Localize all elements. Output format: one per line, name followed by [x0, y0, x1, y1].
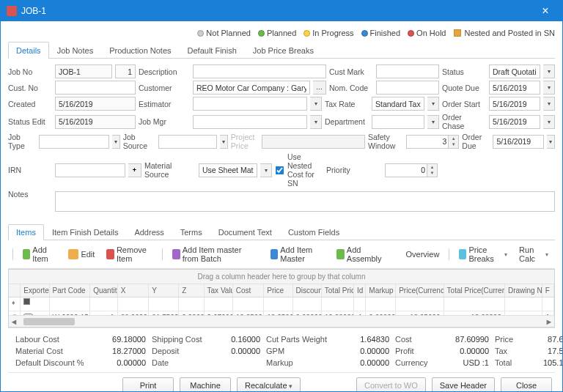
subtab-items[interactable]: Items — [8, 224, 44, 240]
add-master-label: Add Item Master — [280, 245, 325, 263]
department-dropdown-icon[interactable]: ▾ — [427, 115, 439, 129]
machine-button[interactable]: Machine — [180, 377, 231, 391]
job-type-dropdown-icon[interactable]: ▾ — [112, 135, 120, 149]
irn-add-icon[interactable]: + — [128, 163, 141, 177]
col-markup[interactable]: Markup — [366, 284, 396, 297]
overview-button[interactable]: Overview — [402, 248, 444, 261]
scroll-right-icon[interactable]: ► — [544, 317, 554, 326]
job-no-field[interactable] — [55, 64, 112, 78]
use-nested-checkbox[interactable] — [276, 166, 284, 174]
safety-window-stepper[interactable]: ▲▼ — [449, 135, 459, 149]
tab-price-breaks[interactable]: Job Price Breaks — [245, 42, 322, 59]
col-total-price[interactable]: Total Price — [322, 284, 354, 297]
grid-hscroll[interactable]: ◄ ► — [9, 315, 554, 327]
print-button[interactable]: Print — [122, 377, 174, 391]
add-master-button[interactable]: Add Item Master — [267, 243, 329, 265]
col-z[interactable]: Z — [179, 284, 204, 297]
run-calc-button[interactable]: Run Calc ▾ — [515, 243, 552, 265]
titlebar[interactable]: JOB-1 × — [1, 1, 562, 21]
subtab-address[interactable]: Address — [126, 224, 172, 240]
tab-default-finish[interactable]: Default Finish — [180, 42, 245, 59]
grid-filter-row[interactable]: ♦ — [9, 297, 554, 311]
save-header-button[interactable]: Save Header — [432, 377, 495, 391]
tab-production-notes[interactable]: Production Notes — [101, 42, 179, 59]
price-breaks-button[interactable]: Price Breaks ▾ — [455, 243, 511, 265]
subtab-custom[interactable]: Custom Fields — [280, 224, 347, 240]
run-calc-label: Run Calc — [519, 245, 543, 263]
col-discount[interactable]: Discount — [293, 284, 322, 297]
material-source-field[interactable] — [199, 163, 257, 177]
customer-field[interactable] — [193, 81, 310, 95]
tab-job-notes[interactable]: Job Notes — [49, 42, 102, 59]
created-field[interactable] — [55, 97, 136, 111]
legend-not-planned: Not Planned — [206, 29, 251, 37]
col-x[interactable]: X — [118, 284, 150, 297]
notes-field[interactable] — [55, 191, 555, 212]
order-chase-field[interactable] — [489, 115, 540, 129]
subtab-item-finish[interactable]: Item Finish Details — [44, 224, 126, 240]
col-cost[interactable]: Cost — [233, 284, 265, 297]
order-start-field[interactable] — [489, 97, 540, 111]
subtab-terms[interactable]: Terms — [172, 224, 210, 240]
priority-field[interactable] — [385, 163, 427, 177]
order-start-dropdown-icon[interactable]: ▾ — [543, 97, 555, 111]
col-total-price-cur[interactable]: Total Price(Currency) — [444, 284, 505, 297]
material-source-dropdown-icon[interactable]: ▾ — [260, 163, 272, 177]
nom-code-field[interactable] — [376, 81, 439, 95]
col-id[interactable]: Id — [354, 284, 366, 297]
add-item-button[interactable]: Add Item — [19, 243, 61, 265]
scroll-left-icon[interactable]: ◄ — [9, 317, 19, 326]
col-tax-value[interactable]: Tax Value — [205, 284, 233, 297]
scroll-thumb[interactable] — [23, 318, 75, 325]
customer-lookup-icon[interactable]: … — [313, 81, 326, 95]
subtab-doc-text[interactable]: Document Text — [210, 224, 280, 240]
estimator-field[interactable] — [193, 97, 307, 111]
job-source-dropdown-icon[interactable]: ▾ — [220, 135, 228, 149]
add-batch-button[interactable]: Add Item master from Batch — [169, 243, 262, 265]
tax-rate-field[interactable] — [372, 97, 424, 111]
col-y[interactable]: Y — [149, 284, 179, 297]
priority-stepper[interactable]: ▲▼ — [427, 163, 438, 177]
job-mgr-field[interactable] — [193, 115, 307, 129]
close-icon[interactable]: × — [534, 4, 556, 18]
price-breaks-label: Price Breaks — [468, 245, 502, 263]
job-type-field[interactable] — [39, 135, 109, 149]
status-field[interactable] — [489, 64, 540, 78]
nom-code-label: Nom. Code — [329, 84, 373, 92]
form-area: Job No Description Cust Mark Status ▾ Cu… — [8, 59, 555, 218]
job-no-sub-field[interactable] — [115, 64, 136, 78]
job-source-field[interactable] — [158, 135, 217, 149]
quote-due-dropdown-icon[interactable]: ▾ — [543, 81, 555, 95]
order-due-dropdown-icon[interactable]: ▾ — [547, 135, 555, 149]
recalculate-button[interactable]: Recalculate — [237, 377, 301, 391]
order-chase-dropdown-icon[interactable]: ▾ — [543, 115, 555, 129]
estimator-dropdown-icon[interactable]: ▾ — [310, 97, 322, 111]
close-button[interactable]: Close — [501, 377, 552, 391]
order-due-field[interactable] — [493, 135, 544, 149]
col-part-code[interactable]: Part Code — [50, 284, 91, 297]
cust-no-field[interactable] — [55, 81, 136, 95]
department-field[interactable] — [372, 115, 424, 129]
tab-details[interactable]: Details — [8, 42, 49, 59]
col-price-cur[interactable]: Price(Currency) — [396, 284, 444, 297]
order-chase-label: Order Chase — [442, 113, 486, 130]
description-field[interactable] — [193, 64, 326, 78]
irn-field[interactable] — [55, 163, 125, 177]
col-price[interactable]: Price — [264, 284, 292, 297]
status-edit-field[interactable] — [55, 115, 136, 129]
col-exported[interactable]: Exported — [21, 284, 49, 297]
remove-item-button[interactable]: Remove Item — [103, 243, 156, 265]
status-dropdown-icon[interactable]: ▾ — [543, 64, 555, 78]
group-hint[interactable]: Drag a column header here to group by th… — [9, 270, 554, 284]
safety-window-field[interactable] — [406, 135, 449, 149]
tax-rate-dropdown-icon[interactable]: ▾ — [427, 97, 439, 111]
col-quantity[interactable]: Quantity — [90, 284, 118, 297]
col-drawing-no[interactable]: Drawing No — [505, 284, 542, 297]
cust-mark-field[interactable] — [376, 64, 439, 78]
job-mgr-dropdown-icon[interactable]: ▾ — [310, 115, 322, 129]
edit-button[interactable]: Edit — [65, 247, 98, 262]
col-indicator[interactable] — [9, 284, 21, 297]
col-f[interactable]: F — [542, 284, 554, 297]
quote-due-field[interactable] — [489, 81, 540, 95]
add-assembly-button[interactable]: Add Assembly — [333, 243, 389, 265]
